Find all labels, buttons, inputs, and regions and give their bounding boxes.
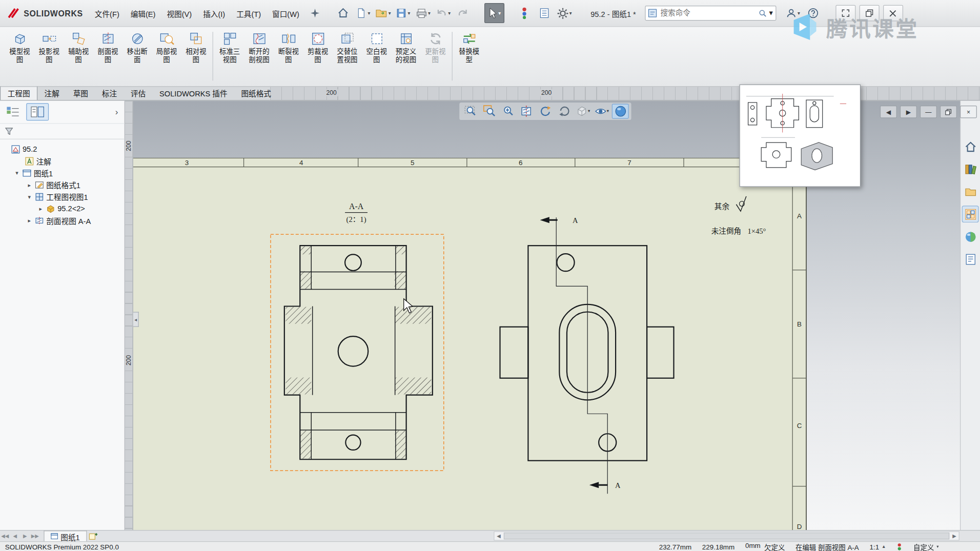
zoom-fit-button[interactable] xyxy=(462,104,479,118)
tree-item-sheet-format1[interactable]: ▸ 图纸格式1 xyxy=(0,179,125,191)
panel-splitter-grip[interactable]: ◂ xyxy=(133,312,139,326)
scale-dropdown-caret[interactable]: ▲ xyxy=(882,544,886,549)
tree-expand-caret[interactable]: ▾ xyxy=(14,170,20,176)
minimize-doc-button[interactable]: — xyxy=(920,106,937,118)
menu-window[interactable]: 窗口(W) xyxy=(267,5,305,22)
view-3d-caret[interactable]: ▾ xyxy=(588,109,590,114)
properties-button[interactable] xyxy=(535,4,554,23)
tree-expand-caret[interactable]: ▾ xyxy=(26,193,32,199)
save-dropdown-caret[interactable]: ▾ xyxy=(407,10,410,16)
appearance-target-button[interactable] xyxy=(515,4,534,23)
menu-edit[interactable]: 编辑(E) xyxy=(125,5,161,22)
section-tool-button[interactable] xyxy=(518,104,535,118)
custom-properties-button[interactable] xyxy=(962,251,979,268)
tree-filter-row[interactable] xyxy=(0,123,125,139)
menu-view[interactable]: 视图(V) xyxy=(161,5,197,22)
ribbon-button-standard-3-view[interactable]: 标准三视图 xyxy=(215,29,244,66)
tree-item-drawing-root[interactable]: 95.2 xyxy=(0,143,125,155)
tree-item-section-view-aa[interactable]: ▸ 剖面视图 A-A xyxy=(0,214,125,226)
tab-sketch[interactable]: 草图 xyxy=(66,86,95,100)
undo-button[interactable]: ▾ xyxy=(434,4,453,23)
view-palette-button[interactable] xyxy=(962,206,979,222)
add-sheet-button[interactable] xyxy=(87,531,99,541)
ribbon-button-predefined-view[interactable]: 预定义的视图 xyxy=(391,29,420,66)
menu-tools[interactable]: 工具(T) xyxy=(231,5,267,22)
tab-sheet-format[interactable]: 图纸格式 xyxy=(234,86,278,100)
horizontal-scrollbar[interactable]: ◀ ▶ xyxy=(494,531,959,540)
tab-dimension[interactable]: 标注 xyxy=(95,86,124,100)
rotate-view-button[interactable] xyxy=(537,104,554,118)
zoom-area-button[interactable] xyxy=(481,104,498,118)
tab-drawing[interactable]: 工程图 xyxy=(0,85,37,100)
search-input[interactable] xyxy=(659,8,756,18)
search-dropdown-caret[interactable]: ▾ xyxy=(769,9,773,17)
prev-sheet-button[interactable]: ◀ xyxy=(10,531,21,541)
undo-dropdown-caret[interactable]: ▾ xyxy=(448,10,451,16)
search-icon[interactable] xyxy=(759,9,767,17)
first-sheet-button[interactable]: ◀◀ xyxy=(0,531,10,541)
account-dropdown-caret[interactable]: ▾ xyxy=(798,10,800,16)
restore-button[interactable] xyxy=(859,5,879,22)
home-button[interactable] xyxy=(334,4,353,23)
close-button[interactable] xyxy=(883,5,903,22)
ribbon-button-removed-section[interactable]: 移出断面 xyxy=(122,29,152,66)
print-dropdown-caret[interactable]: ▾ xyxy=(428,10,431,16)
tree-expand-caret[interactable]: ▸ xyxy=(26,217,32,223)
new-dropdown-caret[interactable]: ▾ xyxy=(368,10,370,16)
display-style-button[interactable] xyxy=(612,104,629,118)
ribbon-button-empty-view[interactable]: 空白视图 xyxy=(362,29,391,66)
redo-button[interactable] xyxy=(454,4,473,23)
units-control[interactable]: 自定义 ▾ xyxy=(913,542,938,551)
tab-addins[interactable]: SOLIDWORKS 插件 xyxy=(153,86,234,100)
view-palette-preview-window[interactable] xyxy=(740,85,861,187)
tree-expand-caret[interactable]: ▸ xyxy=(26,181,32,188)
select-dropdown-caret[interactable]: ▾ xyxy=(498,10,501,16)
next-window-button[interactable]: ▶ xyxy=(900,106,917,118)
print-button[interactable]: ▾ xyxy=(414,4,433,23)
pan-view-button[interactable] xyxy=(556,104,573,118)
ribbon-button-relative-view[interactable]: 相对视图 xyxy=(181,29,211,66)
ribbon-button-projected-view[interactable]: 投影视图 xyxy=(34,29,64,66)
tab-evaluate[interactable]: 评估 xyxy=(124,86,153,100)
ribbon-button-section-view[interactable]: 剖面视图 xyxy=(93,29,122,66)
select-tool-button[interactable]: ▾ xyxy=(484,3,504,23)
feature-tree-toggle-button[interactable] xyxy=(3,104,24,120)
open-button[interactable]: ▾ xyxy=(374,4,393,23)
last-sheet-button[interactable]: ▶▶ xyxy=(30,531,40,541)
options-button[interactable]: ▾ xyxy=(555,4,574,23)
zoom-in-out-button[interactable] xyxy=(499,104,516,118)
appearances-button[interactable] xyxy=(962,228,979,245)
design-library-button[interactable] xyxy=(962,160,979,177)
prev-window-button[interactable]: ◀ xyxy=(880,106,897,118)
fullscreen-button[interactable] xyxy=(835,5,855,22)
close-doc-button[interactable]: × xyxy=(960,106,977,118)
scroll-right-arrow[interactable]: ▶ xyxy=(950,532,958,540)
open-dropdown-caret[interactable]: ▾ xyxy=(389,10,391,16)
file-explorer-button[interactable] xyxy=(962,183,979,200)
tab-annotation[interactable]: 注解 xyxy=(37,86,66,100)
sheet-scale-control[interactable]: 1:1 ▲ xyxy=(869,543,886,550)
ribbon-button-alternate-position[interactable]: 交替位置视图 xyxy=(333,29,362,66)
menu-file[interactable]: 文件(F) xyxy=(89,5,125,22)
ribbon-button-model-view[interactable]: 模型视图 xyxy=(5,29,34,66)
ribbon-button-break-view[interactable]: 断裂视图 xyxy=(274,29,303,66)
taskpane-home-button[interactable] xyxy=(962,138,979,155)
visibility-button[interactable]: ▾ xyxy=(593,104,610,118)
next-sheet-button[interactable]: ▶ xyxy=(20,531,30,541)
ribbon-button-broken-out-section[interactable]: 断开的剖视图 xyxy=(244,29,274,66)
ribbon-button-update-view[interactable]: 更新视图 xyxy=(421,29,450,66)
menu-insert[interactable]: 插入(I) xyxy=(197,5,231,22)
ribbon-button-detail-view[interactable]: 局部视图 xyxy=(152,29,181,66)
ribbon-button-auxiliary-view[interactable]: 辅助视图 xyxy=(64,29,93,66)
help-button[interactable] xyxy=(804,4,823,23)
scroll-left-arrow[interactable]: ◀ xyxy=(495,532,503,540)
tree-item-drawing-view1[interactable]: ▾ 工程图视图1 xyxy=(0,191,125,202)
command-search[interactable]: ▾ xyxy=(645,6,776,21)
panel-flyout-arrow[interactable]: › xyxy=(111,107,121,117)
tree-item-part-ref[interactable]: ▸ 95.2<2> xyxy=(0,202,125,214)
tree-expand-caret[interactable]: ▸ xyxy=(37,206,44,212)
save-button[interactable]: ▾ xyxy=(394,4,413,23)
units-dropdown-caret[interactable]: ▾ xyxy=(936,544,938,549)
pin-menu-icon[interactable] xyxy=(305,4,324,23)
ribbon-button-crop-view[interactable]: 剪裁视图 xyxy=(303,29,332,66)
